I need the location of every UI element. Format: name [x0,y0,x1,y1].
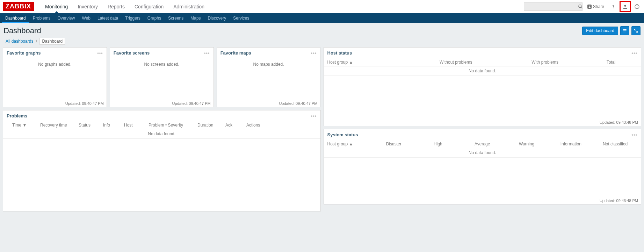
empty-message: No maps added. [217,58,320,70]
svg-point-0 [579,5,581,7]
svg-point-2 [613,8,614,8]
widget-updated: Updated: 09:40:47 PM [110,100,214,107]
widget-favorite-graphs: Favorite graphs ••• No graphs added. Upd… [3,47,107,107]
subnav-web[interactable]: Web [78,13,94,23]
col-problem[interactable]: Problem • Severity [149,123,190,128]
favorites-row: Favorite graphs ••• No graphs added. Upd… [3,47,321,107]
page-title: Dashboard [3,26,41,35]
subnav-maps[interactable]: Maps [187,13,204,23]
topnav-administration[interactable]: Administration [168,0,209,13]
top-bar: ZABBIX Monitoring Inventory Reports Conf… [0,0,644,13]
col-host-group[interactable]: Host group ▲ [327,142,372,146]
col-with-problems[interactable]: With problems [505,60,585,65]
zabbix-badge-icon: Z [587,5,592,9]
col-info[interactable]: Info [103,123,117,128]
user-icon[interactable] [621,2,629,11]
col-warning[interactable]: Warning [505,142,549,146]
dashboard-right-column: Host status ••• Host group ▲ Without pro… [324,47,642,211]
empty-message: No screens added. [110,58,214,70]
host-status-table-head: Host group ▲ Without problems With probl… [324,58,641,66]
edit-dashboard-button[interactable]: Edit dashboard [582,27,618,35]
col-total[interactable]: Total [585,60,637,65]
widget-problems: Problems ••• Time ▼ Recovery time Status… [3,110,321,211]
topnav-reports[interactable]: Reports [103,0,130,13]
dashboard-left-column: Favorite graphs ••• No graphs added. Upd… [3,47,321,211]
widget-updated: Updated: 09:43:48 PM [324,119,641,126]
subnav-latest-data[interactable]: Latest data [94,13,122,23]
fullscreen-icon[interactable] [631,26,641,35]
col-duration[interactable]: Duration [197,123,218,128]
widget-menu-icon[interactable]: ••• [204,50,210,56]
widget-title: Favorite graphs [7,50,41,56]
no-data-message: No data found. [3,129,320,139]
widget-updated: Updated: 09:40:47 PM [3,100,107,107]
col-host-group[interactable]: Host group ▲ [327,60,407,65]
widget-favorite-screens: Favorite screens ••• No screens added. U… [110,47,214,107]
sort-desc-icon: ▼ [21,123,27,128]
widget-updated: Updated: 09:40:47 PM [217,100,320,107]
col-recovery[interactable]: Recovery time [40,123,72,128]
user-button-highlight [620,1,631,12]
col-disaster[interactable]: Disaster [371,142,416,146]
share-label: Share [593,4,604,9]
widget-favorite-maps: Favorite maps ••• No maps added. Updated… [217,47,321,107]
system-status-table-head: Host group ▲ Disaster High Average Warni… [324,140,641,148]
topnav-inventory[interactable]: Inventory [73,0,103,13]
subnav-overview[interactable]: Overview [54,13,78,23]
widget-host-status: Host status ••• Host group ▲ Without pro… [324,47,642,126]
top-right: Z Share [524,1,641,12]
col-time[interactable]: Time ▼ [12,123,33,128]
svg-point-3 [624,5,626,6]
widget-menu-icon[interactable]: ••• [311,50,317,56]
widget-menu-icon[interactable]: ••• [311,113,317,118]
widget-system-status: System status ••• Host group ▲ Disaster … [324,129,642,204]
col-status[interactable]: Status [79,123,96,128]
col-host[interactable]: Host [124,123,142,128]
search-input[interactable] [526,4,578,9]
col-not-classified[interactable]: Not classified [593,142,637,146]
widget-menu-icon[interactable]: ••• [631,50,637,56]
top-nav: Monitoring Inventory Reports Configurati… [40,0,209,13]
search-box[interactable] [524,2,583,11]
logo[interactable]: ZABBIX [3,2,34,11]
header-actions: Edit dashboard [582,26,641,35]
dashboard-grid: Favorite graphs ••• No graphs added. Upd… [0,47,644,211]
breadcrumb: All dashboards / Dashboard [0,37,644,47]
sort-asc-icon: ▲ [348,142,353,146]
subnav-services[interactable]: Services [230,13,253,23]
search-icon[interactable] [578,2,583,11]
breadcrumb-root[interactable]: All dashboards [6,39,33,44]
subnav-dashboard[interactable]: Dashboard [2,13,29,23]
logout-icon[interactable] [633,2,641,11]
col-without-problems[interactable]: Without problems [406,60,505,65]
share-button[interactable]: Z Share [585,4,607,9]
col-information[interactable]: Information [549,142,593,146]
help-icon[interactable] [609,2,617,11]
breadcrumb-separator: / [35,39,38,44]
widget-menu-icon[interactable]: ••• [631,132,637,137]
sort-asc-icon: ▲ [348,60,353,65]
col-actions[interactable]: Actions [246,123,264,128]
col-high[interactable]: High [416,142,460,146]
dashboard-list-icon[interactable] [620,26,629,35]
subnav-graphs[interactable]: Graphs [144,13,165,23]
no-data-message: No data found. [324,66,641,76]
subnav-problems[interactable]: Problems [29,13,54,23]
col-average[interactable]: Average [460,142,505,146]
subnav-triggers[interactable]: Triggers [122,13,144,23]
subnav-screens[interactable]: Screens [165,13,187,23]
subnav-discovery[interactable]: Discovery [204,13,230,23]
topnav-monitoring[interactable]: Monitoring [40,0,73,13]
widget-title: Host status [327,50,352,56]
widget-menu-icon[interactable]: ••• [97,50,103,56]
page-header: Dashboard Edit dashboard [0,23,644,37]
topnav-configuration[interactable]: Configuration [130,0,168,13]
widget-title: System status [327,132,358,137]
svg-line-1 [581,7,583,8]
sub-nav: Dashboard Problems Overview Web Latest d… [0,13,644,23]
empty-message: No graphs added. [3,58,107,70]
breadcrumb-current: Dashboard [39,38,65,45]
col-ack[interactable]: Ack [225,123,239,128]
widget-title: Favorite maps [220,50,251,56]
widget-updated: Updated: 09:43:48 PM [324,197,641,204]
